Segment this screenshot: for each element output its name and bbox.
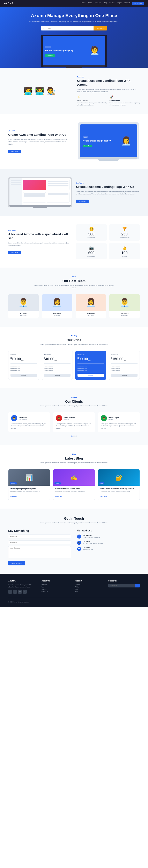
stat-number-1: 250 [112,232,137,237]
stat-number-2: 690 [78,251,104,255]
hero-cta-button[interactable]: Get Started [94,26,107,30]
stats-more-btn[interactable]: View More [8,251,21,254]
feature-desc-1: Lorem ipsum dolor sit amet, consectetur … [110,102,140,106]
client-text-0: Lorem ipsum dolor sit amet, consectetur … [11,423,47,429]
landing1-laptop-btn[interactable]: Learn More [83,145,92,147]
footer-about-link-1[interactable]: Team [41,586,71,588]
client-name-0: Harris Doe [19,417,27,418]
blog-emoji-0: 📊 [26,474,33,481]
blog-link-2[interactable]: Read More [100,496,107,497]
blog-image-1: ✍️ Content [53,469,95,486]
team-card-2: 👩‍💼 Will Spare Web Spare [76,294,106,318]
price-btn-1[interactable]: Sign Up [44,374,71,377]
nav-about[interactable]: About [88,2,92,5]
laptop-screen: Axoma We are create design agency Learn … [43,36,105,65]
nav-features[interactable]: Features [95,2,101,5]
team-section: Team Our Best Team Lorem ipsum dolor sit… [0,268,148,327]
footer-about-link-0[interactable]: Our Story [41,584,71,585]
contact-grid: Say Something Send Message Our Address 📍… [8,529,140,565]
mac-mini-6 [48,193,69,195]
footer-subscribe-btn[interactable]: → [135,584,140,587]
footer-product-link-3[interactable]: FAQ [75,591,104,592]
contact-submit-btn[interactable]: Send Message [8,561,25,565]
social-linkedin[interactable]: li [23,590,27,594]
footer-bottom: © 2024 Axoma. All rights reserved. [8,598,140,603]
mac-main [22,178,71,205]
nav-pricing[interactable]: Pricing [109,2,114,5]
landing1-more-btn[interactable]: View More [8,150,21,153]
footer-product-title: Product [75,580,104,582]
nav-cta[interactable]: Get Started [132,2,144,5]
team-card-3: 👨‍💼 Will Spare Web Spare [109,294,140,318]
price-feature-1-1: Feature item one [44,368,71,369]
client-avatar-1: 👩 [56,415,62,421]
blog-link-1[interactable]: Read More [55,496,62,497]
team-card-1: 👩‍💼 Will Spare Web Spare [42,294,72,318]
footer-about-link-3[interactable]: Contact Us [41,591,71,592]
price-btn-2[interactable]: Sign Up [77,374,104,377]
social-facebook[interactable]: f [8,590,12,594]
laptop-stand [66,67,82,68]
clients-tag: Clients [8,396,140,398]
footer-about-link-2[interactable]: Careers [41,588,71,590]
dot-2[interactable] [75,435,77,437]
dot-0[interactable] [71,435,73,437]
landing2-title: Create Awesome Landing Page With Us [76,185,140,189]
price-amount-3: $150.00/mo [111,357,138,362]
nav-home[interactable]: Home [81,2,85,5]
social-instagram[interactable]: in [18,590,22,594]
nav-pages[interactable]: Pages [117,2,122,5]
features-desc: Lorem ipsum dolor sit amet, consectetur … [77,88,140,93]
client-card-2: 👨 Martin Duprit Manager Lorem ipsum dolo… [98,412,140,432]
features-section: 🧑‍💻 👩‍💻 🧑‍🎨 Features Create Awesome Land… [0,68,148,114]
team-role-0: Web Spare [8,314,39,316]
landing1-laptop-left: Axoma We are create design agency Learn … [83,135,118,147]
contact-name-input[interactable] [8,534,71,538]
footer-product-link-1[interactable]: Pricing [75,586,104,588]
figure-person-1: 🧑‍💻 [24,87,33,95]
price-btn-3[interactable]: Sign Up [111,374,138,377]
price-tier-3: Platinum [111,354,138,356]
nav-logo: AXOMA. [4,2,14,4]
stat-card-2: 📷 690 Photo Capture [76,243,107,259]
macbook-screen [9,178,71,205]
email-label: Our Email [83,547,93,548]
landing2-more-btn[interactable]: View More [76,199,88,203]
hero-email-input[interactable] [41,26,94,30]
blog-link-0[interactable]: Read More [10,496,17,497]
team-name-2: Will Spare [76,312,106,314]
contact-page-title: Get In Touch [8,517,140,521]
blog-tag: Blog [8,453,140,455]
feature-desc-0: Lorem ipsum dolor sit amet, consectetur … [77,102,108,106]
price-tier-0: Starter [10,354,37,356]
contact-email-input[interactable] [8,540,71,545]
team-name-1: Will Spare [42,312,72,314]
laptop-screen-btn[interactable]: Learn More [45,54,55,57]
footer-product-link-2[interactable]: Blog [75,588,104,590]
price-amount-1: $40.00/mo [44,357,71,362]
contact-section: Get In Touch Lorem ipsum dolor sit amet,… [0,508,148,574]
landing1-laptop: Axoma We are create design agency Learn … [77,122,140,161]
nav-blog[interactable]: Blog [104,2,107,5]
footer-copyright: © 2024 Axoma. All rights reserved. [8,601,29,603]
pricing-grid: Starter $10.00/mo Feature item one Featu… [8,351,140,380]
price-card-2: Premium $99.00/mo Feature item one Featu… [75,351,106,380]
address-label: Our Address [83,534,100,536]
team-role-1: Web Spare [42,314,72,316]
nav-contact[interactable]: Contact [124,2,130,5]
laptop-large-screen: Axoma We are create design agency Learn … [80,124,137,157]
contact-email-field [8,540,71,545]
dot-1[interactable] [73,435,75,437]
team-photo-0: 👨‍💼 [8,294,39,311]
social-twitter[interactable]: t [13,590,17,594]
footer-product-link-0[interactable]: Features [75,584,104,585]
laptop-large-outer: Axoma We are create design agency Learn … [78,122,139,159]
footer-email-input[interactable] [108,584,135,587]
macbook-stand [33,207,47,208]
team-role-3: Web Spare [109,314,140,316]
laptop-badge: Axoma [45,46,51,48]
price-btn-0[interactable]: Sign Up [10,374,37,377]
contact-message-textarea[interactable] [8,546,71,558]
price-card-0: Starter $10.00/mo Feature item one Featu… [8,351,39,380]
landing2-desc: Lorem ipsum dolor sit amet, consectetur … [76,190,140,195]
